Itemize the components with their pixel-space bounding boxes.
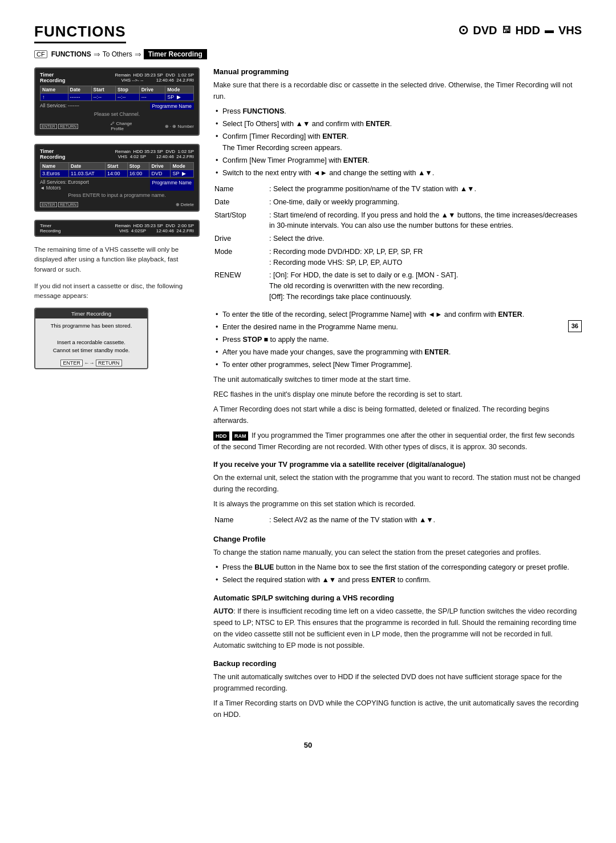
programme-name-1: Programme Name: [150, 103, 194, 110]
screen2-buttons: ENTER RETURN ⊕ Delete: [40, 202, 194, 207]
list-item: To enter other programmes, select [New T…: [213, 359, 582, 370]
def-val-renew: : [On]: For HDD, the date is set to dail…: [269, 269, 581, 302]
row1-date: ------: [68, 94, 91, 101]
col-start: Start: [91, 86, 115, 94]
col-date: Date: [68, 86, 91, 94]
screen2-service: All Services: Eurosport ◄ Motors Program…: [40, 179, 194, 191]
page-header: FUNCTIONS ⊙ DVD 🖫 HDD ▬ VHS: [34, 23, 582, 43]
screen1-buttons: ENTER RETURN 🖉 ChangeProfile ⊕ · ⊕ Numbe…: [40, 121, 194, 131]
screen-panel-2: TimerRecording Remain HDD 35:23 SP DVD 1…: [34, 144, 200, 212]
change-profile-btn: 🖉 ChangeProfile: [111, 121, 132, 131]
col-mode: Mode: [165, 86, 194, 94]
programme-name-2: Programme Name: [150, 179, 194, 191]
auto-sp-lp-text: AUTO: If there is insufficient recoding …: [213, 606, 582, 651]
satellite-def-table: Name : Select AV2 as the name of the TV …: [213, 513, 582, 527]
ram-badge: RAM: [232, 431, 249, 441]
manual-bullets: Press FUNCTIONS. Select [To Others] with…: [213, 106, 582, 179]
screen1-times: Remain HDD 35:23 SP DVD 1:02 SPVHS -->- …: [115, 72, 194, 83]
def-row-startstop: Start/Stop : Start time/end of recording…: [214, 209, 581, 232]
screen1-service: All Services: ------- Programme Name: [40, 103, 194, 110]
def-key-name: Name: [214, 183, 260, 195]
breadcrumb-active: Timer Recording: [144, 49, 207, 59]
list-item: Switch to the next entry with ◄► and cha…: [213, 167, 582, 179]
list-item: Enter the desired name in the Programme …: [213, 321, 582, 333]
s2-col-name: Name: [40, 163, 69, 170]
screen2-times: Remain HDD 35:23 SP DVD 1:02 SPVHS 4:02 …: [115, 149, 194, 159]
def-row-date: Date : One-time, daily or weekly program…: [214, 196, 581, 208]
enter-return-1: ENTER RETURN: [40, 124, 78, 129]
auto-sp-lp-heading: Automatic SP/LP switching during a VHS r…: [213, 594, 582, 602]
list-item: Press the BLUE button in the Name box to…: [213, 562, 582, 573]
channel-msg-1: Please set Channel.: [40, 110, 194, 119]
def-val-mode: : Recording mode DVD/HDD: XP, LP, EP, SP…: [269, 246, 581, 269]
list-item: Select the required station with ▲▼ and …: [213, 574, 582, 586]
screen2-header: TimerRecording Remain HDD 35:23 SP DVD 1…: [40, 148, 194, 160]
breadcrumb-functions: FUNCTIONS: [51, 50, 91, 58]
breadcrumb: CF FUNCTIONS ⇒ To Others ⇒ Timer Recordi…: [34, 49, 582, 59]
s2-col-drive: Drive: [149, 163, 171, 170]
s2-row1-date: 11.03.SAT: [68, 170, 105, 178]
col-drive: Drive: [139, 86, 165, 94]
manual-programming-heading: Manual programming: [213, 67, 582, 76]
def-colon: [261, 183, 268, 195]
message-box-body: This programme has been stored. Insert a…: [35, 318, 147, 358]
screen1-table: Name Date Start Stop Drive Mode ↑ ------…: [40, 86, 194, 101]
msg-line-3: Insert a recordable cassette.Cannot set …: [40, 338, 143, 355]
input-msg-2: Press ENTER to input a programme name.: [40, 191, 194, 200]
def-colon-2: [261, 196, 268, 208]
right-column: Manual programming Make sure that there …: [213, 67, 582, 724]
number-btn: ⊕ · ⊕ Number: [165, 124, 194, 129]
manual-intro: Make sure that there is a recordable dis…: [213, 79, 582, 102]
msg-arrow: ←→: [84, 360, 95, 366]
screen-panel-1: TimerRecording Remain HDD 35:23 SP DVD 1…: [34, 67, 200, 136]
def-key-mode: Mode: [214, 246, 260, 269]
vhs-label: VHS: [558, 24, 582, 37]
s2-row1-name: 3.Euros: [40, 170, 69, 178]
s2-col-mode: Mode: [171, 163, 194, 170]
s2-row1-drive: DVD: [149, 170, 171, 178]
disc-symbol: ⊙: [458, 23, 468, 38]
def-key-startstop: Start/Stop: [214, 209, 260, 232]
note2: REC flashes in the unit's display one mi…: [213, 389, 582, 400]
screen1-title: TimerRecording: [40, 72, 66, 83]
row1-name: ↑: [40, 94, 68, 101]
def-val-startstop: : Start time/end of recording. If you pr…: [269, 209, 581, 232]
note3: A Timer Recording does not start while a…: [213, 404, 582, 426]
msg-line-1: This programme has been stored.: [40, 322, 143, 330]
table-row: ↑ ------ --:-- --:-- --- SP ▶: [40, 94, 194, 101]
row1-start: --:--: [91, 94, 115, 101]
message-box-footer: ENTER ←→ RETURN: [35, 358, 147, 368]
def-colon-4: [261, 233, 268, 245]
satellite-heading: If you receive your TV programme via a s…: [213, 461, 582, 469]
sat-def-val: : Select AV2 as the name of the TV stati…: [269, 514, 581, 526]
msg-return: RETURN: [96, 360, 122, 366]
def-val-drive: : Select the drive.: [269, 233, 581, 245]
hdd-label: HDD: [516, 24, 540, 37]
list-item: Press FUNCTIONS.: [213, 106, 582, 117]
list-item: Confirm [New Timer Programme] with ENTER…: [213, 155, 582, 166]
col-stop: Stop: [116, 86, 140, 94]
vhs-symbol: ▬: [545, 25, 554, 35]
def-row-name: Name : Select the programme position/nam…: [214, 183, 581, 195]
left-column: TimerRecording Remain HDD 35:23 SP DVD 1…: [34, 67, 200, 724]
service-row1: All Services: Eurosport: [40, 179, 89, 185]
row1-drive: ---: [139, 94, 165, 101]
s2-col-stop: Stop: [127, 163, 149, 170]
caption-no-cassette: If you did not insert a cassette or disc…: [34, 281, 200, 301]
caption-vhs: The remaining time of a VHS cassette wil…: [34, 245, 200, 275]
s2-row1-mode: SP ▶: [171, 170, 194, 178]
def-val-date: : One-time, daily or weekly programming.: [269, 196, 581, 208]
page-number: 50: [34, 741, 582, 749]
backup-text2: If a Timer Recording starts on DVD while…: [213, 697, 582, 720]
def-row-renew: RENEW : [On]: For HDD, the date is set t…: [214, 269, 581, 302]
s2-col-start: Start: [105, 163, 127, 170]
screen-panel-3: TimerRecording Remain HDD 35:23 SP DVD 2…: [34, 220, 200, 237]
satellite-text1: On the external unit, select the station…: [213, 472, 582, 495]
s2-col-date: Date: [68, 163, 105, 170]
sat-def-row: Name : Select AV2 as the name of the TV …: [214, 514, 581, 526]
backup-recording-heading: Backup recording: [213, 659, 582, 668]
hdd-ram-note: HDD RAM If you programmed the Timer prog…: [213, 430, 582, 453]
row1-mode: SP ▶: [165, 94, 194, 101]
device-icons: ⊙ DVD 🖫 HDD ▬ VHS: [458, 23, 582, 38]
sat-def-key: Name: [214, 514, 260, 526]
